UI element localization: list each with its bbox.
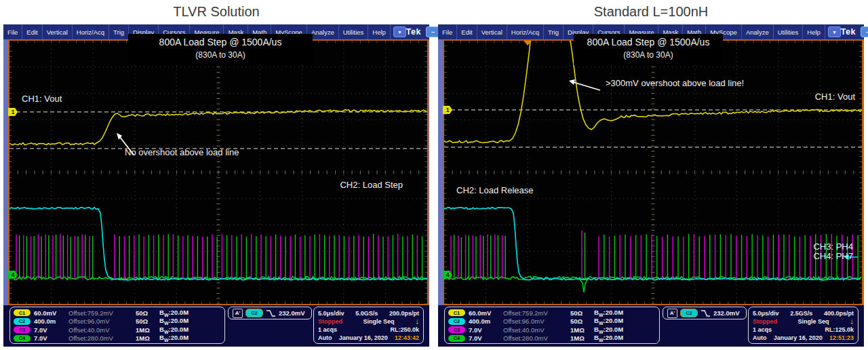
channel-bandwidth: BW:20.0M [159, 309, 189, 317]
clock-row: Auto January 16, 2020 12:43:42 [318, 334, 419, 341]
channel-offset: Offset:40.0mV [68, 326, 132, 334]
channel-scale: 7.0V [34, 326, 65, 334]
date: January 16, 2020 [339, 334, 388, 341]
acq-row: 1 acqs RL:250.0k [318, 326, 419, 333]
acq-status: Stopped [318, 318, 342, 325]
channel-readout-c4[interactable]: C47.0VOffset:280.0mV1MΩBW:20.0M [14, 334, 224, 343]
menu-item-edit[interactable]: Edit [22, 24, 42, 39]
sample-rate: 5.0GS/s [355, 310, 378, 317]
annotation-line2: (830A to 30A) [128, 50, 313, 60]
channel-readout-c2[interactable]: C2400.0mOffset:96.0mV50ΩBW:20.0M [14, 317, 224, 326]
channel-bandwidth: BW:20.0M [594, 326, 623, 334]
timebase-row: 5.0μs/div 5.0GS/s 200.0ps/pt [318, 309, 419, 317]
timebase-row: 5.0μs/div 2.5GS/s 400.0ps/pt [753, 309, 854, 317]
channel-badge-c2: C2 [448, 318, 465, 325]
channel-bandwidth: BW:20.0M [594, 309, 623, 317]
sample-rate: 2.5GS/s [790, 310, 812, 317]
channel-readout-c1[interactable]: C160.0mVOffset:759.2mV50ΩBW:20.0M [14, 309, 224, 317]
oscilloscope-window-left: FileEditVerticalHoriz/AcqTrigDisplayCurs… [3, 24, 429, 347]
channel-impedance: 1MΩ [136, 326, 156, 334]
channel-readout-c4[interactable]: C47.0VOffset:280.0mV1MΩBW:20.0M [448, 334, 659, 343]
trigger-readout[interactable]: A' C2 232.0mV [228, 307, 312, 319]
annotation-note: No overshoot above load line [125, 147, 239, 157]
channel-readout-c2[interactable]: C2400.0mOffset:96.0mV50ΩBW:20.0M [448, 317, 659, 326]
clock: 12:43:42 [395, 334, 419, 341]
trigger-arrow-icon: ↓ [415, 318, 419, 325]
menu-overflow-button[interactable]: ▼ [828, 26, 841, 37]
menu-item-help[interactable]: Help [803, 24, 825, 39]
channel-badge-c3: C3 [14, 326, 31, 333]
menu-overflow-button[interactable]: ▼ [393, 26, 406, 37]
readout-bar: C160.0mVOffset:759.2mV50ΩBW:20.0MC2400.0… [3, 305, 429, 347]
channel-readouts[interactable]: C160.0mVOffset:759.2mV50ΩBW:20.0MC2400.0… [9, 307, 225, 344]
ch2-label: CH2: Load Step [294, 180, 403, 190]
trigger-source-badge: C2 [245, 309, 263, 317]
channel-readout-c3[interactable]: C37.0VOffset:40.0mV1MΩBW:20.0M [14, 326, 224, 334]
menu-item-file[interactable]: File [438, 24, 457, 39]
scope-graticule: CH1: Vout >300mV overshoot above load li… [443, 39, 863, 305]
channel-readout-c3[interactable]: C37.0VOffset:40.0mV1MΩBW:20.0M [448, 326, 659, 334]
channel-scale: 400.0m [469, 317, 500, 325]
channel-impedance: 50Ω [570, 317, 591, 325]
annotation-box: 800A Load Step @ 1500A/us (830A to 30A) [128, 34, 313, 65]
trigger-source-badge: C2 [680, 309, 698, 317]
channel-offset: Offset:40.0mV [503, 326, 567, 334]
channel-scale: 60.0mV [469, 309, 500, 317]
menu-item-analyze[interactable]: Analyze [742, 24, 774, 39]
menu-item-utilities[interactable]: Utilities [774, 24, 804, 39]
channel-impedance: 1MΩ [570, 326, 591, 334]
trigger-readout[interactable]: A' C2 232.0mV [663, 307, 747, 319]
menu-item-edit[interactable]: Edit [457, 24, 477, 39]
channel-scale: 7.0V [469, 334, 500, 342]
channel-badge-c1: C1 [14, 309, 31, 316]
readout-bar: C160.0mVOffset:759.2mV50ΩBW:20.0MC2400.0… [438, 305, 864, 347]
tek-logo: Tek [841, 27, 856, 37]
channel-readout-c1[interactable]: C160.0mVOffset:759.2mV50ΩBW:20.0M [448, 309, 659, 317]
trigger-position-marker-icon[interactable] [524, 41, 532, 45]
menu-item-file[interactable]: File [3, 24, 22, 39]
acquisition-readout[interactable]: 5.0μs/div 5.0GS/s 200.0ps/pt Stopped Sin… [313, 307, 424, 344]
channel-impedance: 50Ω [136, 309, 156, 317]
acq-mode: Single Seq [363, 318, 394, 325]
tek-logo: Tek [406, 27, 421, 37]
ch4-label: CH4: PH7 [748, 251, 853, 261]
menu-bar-right: Tek – X [841, 26, 868, 37]
clock-row: Auto January 16, 2020 12:51:23 [753, 334, 854, 341]
falling-edge-icon [266, 309, 276, 317]
annotation-line1: 800A Load Step @ 1500A/us [574, 37, 723, 47]
channel-impedance: 1MΩ [136, 334, 156, 342]
trigger-a-badge: A' [667, 309, 677, 318]
record-length: RL:250.0k [390, 326, 419, 333]
ch1-label: CH1: Vout [748, 92, 855, 102]
channel-readouts[interactable]: C160.0mVOffset:759.2mV50ΩBW:20.0MC2400.0… [444, 307, 660, 344]
falling-edge-icon [701, 309, 711, 317]
channel-offset: Offset:280.0mV [503, 334, 567, 342]
channel-offset: Offset:96.0mV [68, 317, 132, 325]
status-row: Stopped Single Seq ↓ [753, 317, 854, 325]
menu-item-vertical[interactable]: Vertical [43, 24, 73, 39]
channel-bandwidth: BW:20.0M [159, 326, 189, 334]
menu-item-utilities[interactable]: Utilities [339, 24, 369, 39]
channel-impedance: 50Ω [570, 309, 591, 317]
channel-impedance: 50Ω [136, 317, 156, 325]
menu-item-trig[interactable]: Trig [109, 24, 129, 39]
trigger-level: 232.0mV [279, 309, 305, 317]
menu-item-trig[interactable]: Trig [544, 24, 564, 39]
channel-offset: Offset:280.0mV [68, 334, 132, 342]
channel-offset: Offset:759.2mV [503, 309, 567, 317]
annotation-line2: (830A to 30A) [574, 50, 723, 60]
acq-count: 1 acqs [753, 326, 772, 333]
channel-offset: Offset:96.0mV [503, 317, 567, 325]
channel-badge-c1: C1 [448, 309, 465, 316]
minimize-button[interactable]: – [861, 26, 868, 37]
menu-item-horiz-acq[interactable]: Horiz/Acq [507, 24, 544, 39]
oscilloscope-window-right: FileEditVerticalHoriz/AcqTrigDisplayCurs… [438, 24, 864, 347]
timebase-scale: 5.0μs/div [753, 310, 779, 317]
channel-scale: 7.0V [469, 326, 500, 334]
menu-item-vertical[interactable]: Vertical [477, 24, 507, 39]
menu-item-help[interactable]: Help [368, 24, 391, 39]
menu-item-horiz-acq[interactable]: Horiz/Acq [73, 24, 109, 39]
acquisition-readout[interactable]: 5.0μs/div 2.5GS/s 400.0ps/pt Stopped Sin… [748, 307, 859, 344]
trigger-arrow-icon: ↓ [850, 318, 854, 325]
channel-badge-c2: C2 [14, 318, 31, 325]
